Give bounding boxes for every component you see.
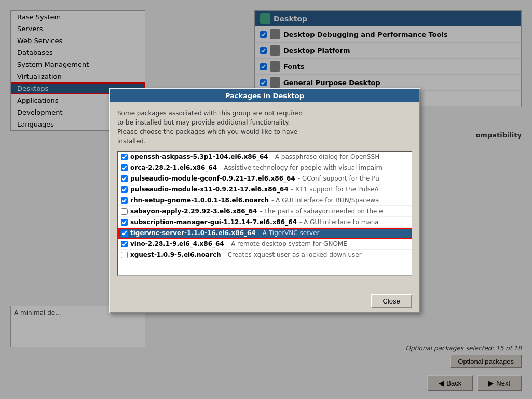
package-name: tigervnc-server-1.1.0-16.el6.x86_64 [130,229,256,237]
package-name: openssh-askpass-5.3p1-104.el6.x86_64 [130,153,268,160]
package-checkbox[interactable] [121,175,128,182]
package-item[interactable]: subscription-manager-gui-1.12.14-7.el6.x… [118,217,412,228]
close-button[interactable]: Close [371,294,412,308]
package-item[interactable]: openssh-askpass-5.3p1-104.el6.x86_64 - A… [118,152,412,162]
main-area: Base SystemServersWeb ServicesDatabasesS… [0,0,532,399]
package-description: - X11 support for the PulseA [291,186,379,193]
package-name: xguest-1.0.9-5.el6.noarch [130,251,221,258]
package-name: orca-2.28.2-1.el6.x86_64 [130,164,217,171]
package-checkbox[interactable] [121,219,128,226]
package-name: rhn-setup-gnome-1.0.0.1-18.el6.noarch [130,197,269,204]
package-checkbox[interactable] [121,197,128,204]
package-item[interactable]: vino-2.28.1-9.el6_4.x86_64 - A remote de… [118,239,412,250]
package-description: - A TigerVNC server [258,229,320,237]
package-checkbox[interactable] [121,164,128,171]
package-item[interactable]: rhn-setup-gnome-1.0.0.1-18.el6.noarch - … [118,195,412,206]
package-description: - A GUI interface to mana [299,218,379,226]
package-checkbox[interactable] [121,186,128,193]
package-list[interactable]: openssh-askpass-5.3p1-104.el6.x86_64 - A… [117,151,412,276]
package-checkbox[interactable] [121,252,128,258]
dialog-body: Some packages associated with this group… [110,102,419,290]
package-checkbox[interactable] [121,208,128,215]
package-name: sabayon-apply-2.29.92-3.el6.x86_64 [130,208,257,215]
package-description: - A remote desktop system for GNOME [227,240,347,247]
package-item[interactable]: tigervnc-server-1.1.0-16.el6.x86_64 - A … [118,228,412,239]
package-item[interactable]: xguest-1.0.9-5.el6.noarch - Creates xgue… [118,250,412,260]
dialog-footer: Close [110,290,419,312]
package-description: - The parts of sabayon needed on the e [260,208,383,215]
package-item[interactable]: pulseaudio-module-gconf-0.9.21-17.el6.x8… [118,173,412,184]
package-checkbox[interactable] [121,230,128,237]
package-item[interactable]: orca-2.28.2-1.el6.x86_64 - Assistive tec… [118,162,412,173]
package-description: - A passphrase dialog for OpenSSH [271,153,380,160]
package-name: vino-2.28.1-9.el6_4.x86_64 [130,240,224,247]
package-checkbox[interactable] [121,241,128,247]
packages-dialog: Packages in Desktop Some packages associ… [109,88,420,313]
package-checkbox[interactable] [121,154,128,160]
dialog-titlebar: Packages in Desktop [110,89,419,102]
package-description: - GConf support for the Pu [298,175,379,182]
horizontal-scrollbar[interactable] [117,276,412,284]
package-name: pulseaudio-module-gconf-0.9.21-17.el6.x8… [130,175,295,182]
package-description: - Creates xguest user as a locked down u… [224,251,362,258]
package-description: - A GUI interface for RHN/Spacewa [271,197,379,204]
package-item[interactable]: pulseaudio-module-x11-0.9.21-17.el6.x86_… [118,184,412,195]
package-item[interactable]: sabayon-apply-2.29.92-3.el6.x86_64 - The… [118,206,412,217]
package-name: pulseaudio-module-x11-0.9.21-17.el6.x86_… [130,186,289,193]
dialog-description: Some packages associated with this group… [117,108,412,146]
package-name: subscription-manager-gui-1.12.14-7.el6.x… [130,218,297,226]
package-description: - Assistive technology for people with v… [220,164,383,171]
